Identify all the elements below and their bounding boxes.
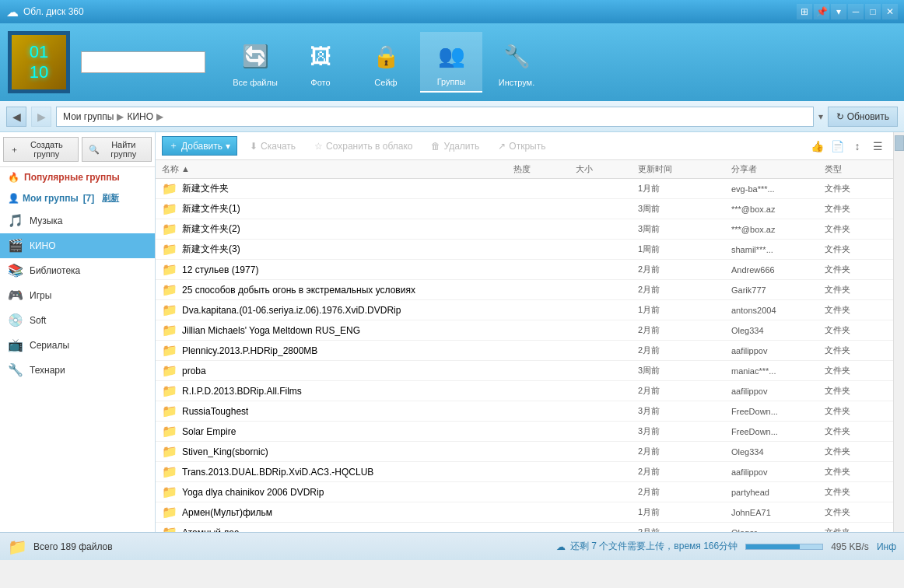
file-sharer: FreeDown...	[731, 427, 825, 436]
toolbar-photos[interactable]: 🖼 Фото	[289, 33, 352, 92]
file-name-cell: 📁 proba	[162, 363, 513, 378]
file-view-btn[interactable]: 📄	[828, 137, 846, 156]
col-heat[interactable]: 热度	[513, 163, 576, 175]
open-btn[interactable]: ↗ Открыть	[492, 138, 552, 154]
sidebar-item-kino[interactable]: 🎬 КИНО	[0, 233, 155, 258]
file-sharer: aafilippov	[731, 387, 825, 396]
table-row[interactable]: 📁 Solar Empire 3月前 FreeDown... 文件夹	[156, 422, 893, 442]
table-row[interactable]: 📁 Trans.2013.DUAL.BDRip.XviD.AC3.-HQCLUB…	[156, 462, 893, 482]
create-group-label: Создать группу	[22, 140, 72, 159]
table-row[interactable]: 📁 新建文件夹(3) 1周前 shamil***... 文件夹	[156, 240, 893, 260]
col-name[interactable]: 名称 ▲	[162, 163, 513, 175]
table-row[interactable]: 📁 Dva.kapitana.(01-06.seriya.iz.06).1976…	[156, 300, 893, 320]
table-row[interactable]: 📁 Plennicy.2013.P.HDRip_2800MB 2月前 aafil…	[156, 341, 893, 361]
table-row[interactable]: 📁 新建文件夹(2) 3周前 ***@box.az 文件夹	[156, 219, 893, 240]
close-btn[interactable]: ✕	[882, 4, 898, 19]
table-row[interactable]: 📁 12 стульев (1977) 2月前 Andrew666 文件夹	[156, 260, 893, 280]
col-size[interactable]: 大小	[576, 163, 638, 175]
table-row[interactable]: 📁 25 способов добыть огонь в экстремальн…	[156, 280, 893, 300]
folder-icon: 📁	[162, 444, 177, 459]
grid-icon-btn[interactable]: ⊞	[797, 4, 812, 19]
sidebar-item-serials[interactable]: 📺 Сериалы	[0, 333, 155, 358]
table-row[interactable]: 📁 新建文件夹(1) 3周前 ***@box.az 文件夹	[156, 199, 893, 219]
file-type: 文件夹	[825, 324, 887, 336]
thumbs-up-view-btn[interactable]: 👍	[808, 137, 826, 156]
file-name: proba	[182, 366, 206, 376]
file-sharer: aafilippov	[731, 467, 825, 477]
file-name-cell: 📁 Plennicy.2013.P.HDRip_2800MB	[162, 343, 513, 358]
sidebar-item-music[interactable]: 🎵 Музыка	[0, 208, 155, 233]
delete-btn[interactable]: 🗑 Удалить	[425, 138, 485, 154]
file-name-cell: 📁 新建文件夹(3)	[162, 242, 513, 257]
table-row[interactable]: 📁 Jillian Michaels' Yoga Meltdown RUS_EN…	[156, 320, 893, 341]
create-group-btn[interactable]: ＋ Создать группу	[3, 137, 79, 162]
path-dropdown[interactable]: ▾	[818, 111, 823, 122]
download-label: Скачать	[261, 141, 296, 152]
save-cloud-btn[interactable]: ☆ Сохранить в облако	[308, 138, 419, 154]
file-updated: 2月前	[638, 385, 731, 397]
pin-icon-btn[interactable]: 📌	[814, 4, 829, 19]
file-updated: 1月前	[638, 506, 731, 518]
scroll-thumb[interactable]	[895, 135, 904, 151]
toolbar-groups[interactable]: 👥 Группы	[420, 32, 482, 93]
folder-icon: 📁	[162, 242, 177, 257]
app-icon: ☁	[6, 5, 19, 19]
file-name: RussiaToughest	[182, 406, 248, 417]
upload-speed: 495 KB/s	[831, 541, 869, 552]
add-btn[interactable]: ＋ Добавить ▾	[162, 136, 237, 156]
table-row[interactable]: 📁 R.I.P.D.2013.BDRip.All.Films 2月前 aafil…	[156, 381, 893, 401]
toolbar-all-files[interactable]: 🔄 Все файлы	[224, 33, 286, 92]
settings-icon-btn[interactable]: ▾	[831, 4, 846, 19]
star-icon: ☆	[314, 141, 323, 152]
file-name-cell: 📁 Trans.2013.DUAL.BDRip.XviD.AC3.-HQCLUB	[162, 464, 513, 479]
back-btn[interactable]: ◀	[6, 107, 26, 127]
sidebar-item-games[interactable]: 🎮 Игры	[0, 283, 155, 308]
list-view-btn[interactable]: ☰	[868, 137, 887, 156]
toolbar-search-box[interactable]	[81, 51, 205, 73]
file-type: 文件夹	[825, 405, 887, 417]
table-row[interactable]: 📁 Stiven_King(sbornic) 2月前 Oleg334 文件夹	[156, 442, 893, 462]
refresh-btn[interactable]: ↻ Обновить	[828, 107, 898, 127]
kino-icon: 🎬	[8, 238, 23, 254]
file-list-header: 名称 ▲ 热度 大小 更新时间 分享者 类型	[156, 160, 893, 179]
table-row[interactable]: 📁 Yoga dlya chainikov 2006 DVDRip 2月前 pa…	[156, 482, 893, 502]
sidebar-item-library[interactable]: 📚 Библиотека	[0, 258, 155, 283]
restore-btn[interactable]: □	[865, 4, 881, 19]
toolbar-safe[interactable]: 🔒 Сейф	[355, 33, 417, 92]
table-row[interactable]: 📁 RussiaToughest 3月前 FreeDown... 文件夹	[156, 401, 893, 422]
col-type[interactable]: 类型	[825, 163, 887, 175]
refresh-icon: ↻	[836, 111, 844, 122]
table-row[interactable]: 📁 Армен(Мульт)фильм 1月前 JohnEA71 文件夹	[156, 502, 893, 523]
col-heat-text: 热度	[513, 164, 531, 173]
upload-progress-bar	[745, 544, 823, 550]
table-row[interactable]: 📁 Атомный лес 2月前 Olegor 文件夹	[156, 523, 893, 532]
scrollbar[interactable]	[893, 132, 904, 532]
info-btn[interactable]: Инф	[877, 541, 896, 552]
table-row[interactable]: 📁 新建文件夹 1月前 evg-ba***... 文件夹	[156, 179, 893, 199]
folder-icon: 📁	[162, 181, 177, 196]
toolbar-tools[interactable]: 🔧 Инструм.	[485, 33, 548, 92]
technar-icon: 🔧	[8, 362, 23, 378]
serials-icon: 📺	[8, 338, 23, 353]
sidebar-item-soft[interactable]: 💿 Soft	[0, 308, 155, 333]
folder-icon: 📁	[162, 464, 177, 479]
file-type: 文件夹	[825, 284, 887, 296]
toolbar-search-input[interactable]	[82, 57, 205, 68]
download-btn[interactable]: ⬇ Скачать	[244, 138, 302, 154]
file-type: 文件夹	[825, 345, 887, 356]
table-row[interactable]: 📁 proba 3周前 maniac***... 文件夹	[156, 361, 893, 381]
col-sharer[interactable]: 分享者	[731, 163, 825, 175]
minimize-btn[interactable]: ─	[848, 4, 864, 19]
logo-inner: 0110	[12, 35, 66, 89]
folder-icon: 📁	[162, 363, 177, 378]
refresh-link[interactable]: 刷新	[102, 192, 119, 204]
sort-btn[interactable]: ↕	[848, 137, 867, 156]
nav-path: Мои группы ▶ КИНО ▶	[56, 107, 814, 127]
file-updated: 3周前	[638, 365, 731, 376]
find-group-btn[interactable]: 🔍 Найти группу	[82, 137, 152, 162]
forward-btn[interactable]: ▶	[31, 107, 51, 127]
file-type: 文件夹	[825, 466, 887, 478]
sidebar-item-technar[interactable]: 🔧 Технари	[0, 358, 155, 383]
col-updated[interactable]: 更新时间	[638, 163, 731, 175]
my-groups-count: [7]	[83, 193, 95, 204]
